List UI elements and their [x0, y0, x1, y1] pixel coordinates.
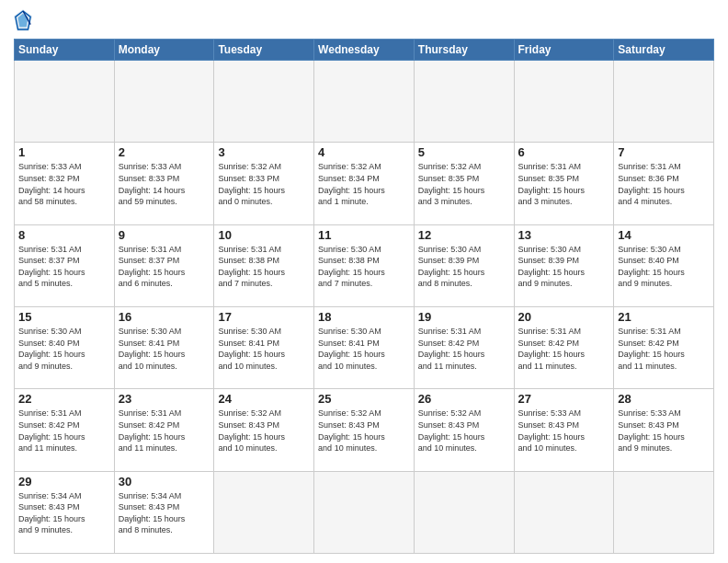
logo-icon	[14, 9, 32, 31]
calendar-cell	[314, 61, 415, 143]
calendar-cell: 2Sunrise: 5:33 AM Sunset: 8:33 PM Daylig…	[114, 143, 214, 224]
day-info: Sunrise: 5:32 AM Sunset: 8:35 PM Dayligh…	[418, 161, 510, 207]
calendar-cell: 20Sunrise: 5:31 AM Sunset: 8:42 PM Dayli…	[514, 306, 614, 388]
weekday-header-thursday: Thursday	[414, 40, 514, 61]
calendar-cell: 17Sunrise: 5:30 AM Sunset: 8:41 PM Dayli…	[214, 306, 314, 388]
calendar-cell: 6Sunrise: 5:31 AM Sunset: 8:35 PM Daylig…	[514, 143, 614, 224]
calendar-cell: 23Sunrise: 5:31 AM Sunset: 8:42 PM Dayli…	[114, 389, 214, 471]
day-number: 28	[618, 392, 710, 406]
weekday-header-row: SundayMondayTuesdayWednesdayThursdayFrid…	[15, 40, 714, 61]
day-number: 12	[418, 228, 510, 242]
calendar-cell	[514, 61, 614, 143]
day-info: Sunrise: 5:31 AM Sunset: 8:38 PM Dayligh…	[218, 244, 310, 290]
day-number: 27	[518, 392, 610, 406]
day-number: 17	[218, 310, 310, 324]
day-info: Sunrise: 5:34 AM Sunset: 8:43 PM Dayligh…	[119, 490, 210, 536]
day-number: 6	[518, 145, 610, 159]
day-number: 26	[418, 392, 510, 406]
day-number: 25	[318, 392, 410, 406]
day-number: 10	[218, 228, 310, 242]
calendar-cell: 24Sunrise: 5:32 AM Sunset: 8:43 PM Dayli…	[214, 389, 314, 471]
day-info: Sunrise: 5:31 AM Sunset: 8:42 PM Dayligh…	[18, 408, 110, 454]
calendar-cell: 25Sunrise: 5:32 AM Sunset: 8:43 PM Dayli…	[314, 389, 415, 471]
calendar-cell: 5Sunrise: 5:32 AM Sunset: 8:35 PM Daylig…	[414, 143, 514, 224]
day-number: 15	[18, 310, 110, 324]
calendar-week-row: 1Sunrise: 5:33 AM Sunset: 8:32 PM Daylig…	[15, 143, 714, 224]
calendar-cell: 9Sunrise: 5:31 AM Sunset: 8:37 PM Daylig…	[114, 224, 214, 306]
calendar-cell: 15Sunrise: 5:30 AM Sunset: 8:40 PM Dayli…	[15, 306, 115, 388]
day-info: Sunrise: 5:32 AM Sunset: 8:33 PM Dayligh…	[218, 161, 310, 207]
calendar-cell: 1Sunrise: 5:33 AM Sunset: 8:32 PM Daylig…	[15, 143, 115, 224]
day-info: Sunrise: 5:30 AM Sunset: 8:39 PM Dayligh…	[418, 244, 510, 290]
calendar-cell	[214, 471, 314, 553]
day-info: Sunrise: 5:31 AM Sunset: 8:36 PM Dayligh…	[618, 161, 710, 207]
calendar-cell: 26Sunrise: 5:32 AM Sunset: 8:43 PM Dayli…	[414, 389, 514, 471]
day-info: Sunrise: 5:33 AM Sunset: 8:32 PM Dayligh…	[18, 161, 110, 207]
day-info: Sunrise: 5:33 AM Sunset: 8:43 PM Dayligh…	[518, 408, 610, 454]
weekday-header-wednesday: Wednesday	[314, 40, 415, 61]
calendar-cell	[514, 471, 614, 553]
calendar-cell: 18Sunrise: 5:30 AM Sunset: 8:41 PM Dayli…	[314, 306, 415, 388]
day-number: 11	[318, 228, 410, 242]
calendar-cell: 27Sunrise: 5:33 AM Sunset: 8:43 PM Dayli…	[514, 389, 614, 471]
day-info: Sunrise: 5:30 AM Sunset: 8:40 PM Dayligh…	[18, 326, 110, 372]
calendar-cell: 21Sunrise: 5:31 AM Sunset: 8:42 PM Dayli…	[614, 306, 714, 388]
calendar-cell: 29Sunrise: 5:34 AM Sunset: 8:43 PM Dayli…	[15, 471, 115, 553]
day-info: Sunrise: 5:31 AM Sunset: 8:35 PM Dayligh…	[518, 161, 610, 207]
day-number: 4	[318, 145, 410, 159]
calendar-cell: 30Sunrise: 5:34 AM Sunset: 8:43 PM Dayli…	[114, 471, 214, 553]
day-number: 20	[518, 310, 610, 324]
day-info: Sunrise: 5:30 AM Sunset: 8:40 PM Dayligh…	[618, 244, 710, 290]
calendar-cell	[15, 61, 115, 143]
weekday-header-tuesday: Tuesday	[214, 40, 314, 61]
calendar-cell	[414, 61, 514, 143]
page: SundayMondayTuesdayWednesdayThursdayFrid…	[0, 0, 728, 563]
calendar-cell	[414, 471, 514, 553]
day-info: Sunrise: 5:32 AM Sunset: 8:34 PM Dayligh…	[318, 161, 410, 207]
calendar-week-row: 22Sunrise: 5:31 AM Sunset: 8:42 PM Dayli…	[15, 389, 714, 471]
weekday-header-sunday: Sunday	[15, 40, 115, 61]
calendar-cell: 13Sunrise: 5:30 AM Sunset: 8:39 PM Dayli…	[514, 224, 614, 306]
day-info: Sunrise: 5:31 AM Sunset: 8:42 PM Dayligh…	[618, 326, 710, 372]
day-info: Sunrise: 5:33 AM Sunset: 8:33 PM Dayligh…	[119, 161, 210, 207]
day-info: Sunrise: 5:33 AM Sunset: 8:43 PM Dayligh…	[618, 408, 710, 454]
day-info: Sunrise: 5:30 AM Sunset: 8:41 PM Dayligh…	[318, 326, 410, 372]
day-number: 3	[218, 145, 310, 159]
day-number: 9	[119, 228, 210, 242]
calendar-cell: 12Sunrise: 5:30 AM Sunset: 8:39 PM Dayli…	[414, 224, 514, 306]
calendar-cell	[214, 61, 314, 143]
day-number: 2	[119, 145, 210, 159]
calendar-cell	[314, 471, 415, 553]
day-number: 5	[418, 145, 510, 159]
calendar-cell: 14Sunrise: 5:30 AM Sunset: 8:40 PM Dayli…	[614, 224, 714, 306]
weekday-header-friday: Friday	[514, 40, 614, 61]
calendar-cell: 3Sunrise: 5:32 AM Sunset: 8:33 PM Daylig…	[214, 143, 314, 224]
day-number: 30	[119, 475, 210, 488]
day-info: Sunrise: 5:30 AM Sunset: 8:41 PM Dayligh…	[218, 326, 310, 372]
day-info: Sunrise: 5:30 AM Sunset: 8:39 PM Dayligh…	[518, 244, 610, 290]
day-info: Sunrise: 5:30 AM Sunset: 8:38 PM Dayligh…	[318, 244, 410, 290]
day-info: Sunrise: 5:32 AM Sunset: 8:43 PM Dayligh…	[318, 408, 410, 454]
calendar-cell	[614, 61, 714, 143]
day-info: Sunrise: 5:32 AM Sunset: 8:43 PM Dayligh…	[218, 408, 310, 454]
day-number: 13	[518, 228, 610, 242]
calendar-cell: 4Sunrise: 5:32 AM Sunset: 8:34 PM Daylig…	[314, 143, 415, 224]
day-number: 19	[418, 310, 510, 324]
logo	[14, 9, 36, 31]
day-number: 29	[18, 475, 110, 488]
day-number: 24	[218, 392, 310, 406]
calendar-cell: 28Sunrise: 5:33 AM Sunset: 8:43 PM Dayli…	[614, 389, 714, 471]
calendar-cell: 11Sunrise: 5:30 AM Sunset: 8:38 PM Dayli…	[314, 224, 415, 306]
calendar-cell: 7Sunrise: 5:31 AM Sunset: 8:36 PM Daylig…	[614, 143, 714, 224]
day-number: 7	[618, 145, 710, 159]
calendar-cell: 10Sunrise: 5:31 AM Sunset: 8:38 PM Dayli…	[214, 224, 314, 306]
day-number: 21	[618, 310, 710, 324]
day-number: 18	[318, 310, 410, 324]
calendar-cell: 19Sunrise: 5:31 AM Sunset: 8:42 PM Dayli…	[414, 306, 514, 388]
calendar-week-row: 8Sunrise: 5:31 AM Sunset: 8:37 PM Daylig…	[15, 224, 714, 306]
calendar-cell: 8Sunrise: 5:31 AM Sunset: 8:37 PM Daylig…	[15, 224, 115, 306]
calendar-week-row: 29Sunrise: 5:34 AM Sunset: 8:43 PM Dayli…	[15, 471, 714, 553]
day-info: Sunrise: 5:31 AM Sunset: 8:42 PM Dayligh…	[518, 326, 610, 372]
day-info: Sunrise: 5:31 AM Sunset: 8:42 PM Dayligh…	[418, 326, 510, 372]
calendar-cell	[614, 471, 714, 553]
